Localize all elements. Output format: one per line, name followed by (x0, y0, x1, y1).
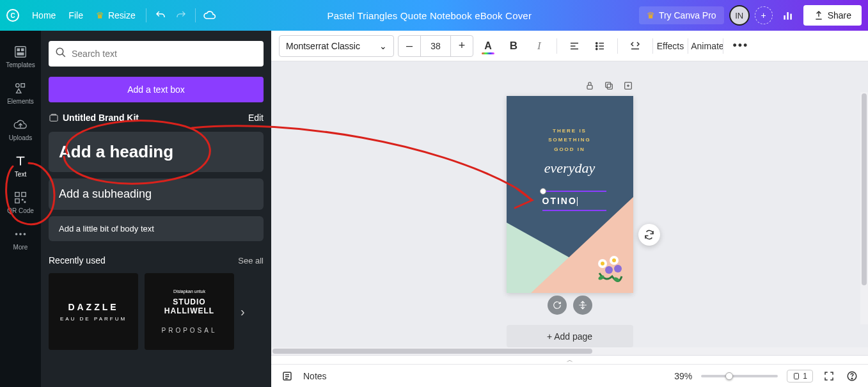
template-text: PROPOSAL (161, 327, 217, 334)
font-size-increase[interactable]: + (451, 36, 473, 56)
search-input[interactable] (72, 49, 257, 59)
bold-button[interactable]: B (503, 35, 525, 57)
page-number: 1 (803, 372, 807, 381)
page-indicator[interactable]: 1 (787, 370, 813, 383)
animate-button[interactable]: Animate (695, 35, 716, 57)
insights-button[interactable] (778, 5, 798, 26)
search-box[interactable] (49, 41, 264, 67)
recent-template-item[interactable]: DAZZLE EAU DE PARFUM (49, 273, 138, 350)
cloud-status[interactable] (200, 5, 220, 26)
next-templates-button[interactable]: › (241, 304, 245, 319)
svg-point-38 (851, 378, 853, 379)
rotate-icon (553, 301, 562, 310)
text-icon (13, 154, 28, 168)
list-button[interactable] (589, 35, 611, 57)
svg-point-17 (56, 48, 63, 55)
resize-handle[interactable] (540, 188, 546, 194)
rail-uploads[interactable]: Uploads (0, 110, 41, 146)
bar-chart-icon (782, 9, 794, 22)
editing-text-value[interactable]: OTINO (542, 196, 577, 206)
file-menu[interactable]: File (62, 6, 90, 24)
add-body-text-option[interactable]: Add a little bit of body text (49, 216, 264, 241)
quote-script-text[interactable]: everyday (507, 160, 633, 177)
more-options-button[interactable]: ••• (730, 35, 752, 57)
rail-text[interactable]: Text (0, 146, 41, 183)
font-family-select[interactable]: Montserrat Classic ⌄ (279, 35, 394, 57)
try-pro-button[interactable]: ♛ Try Canva Pro (639, 6, 724, 24)
zoom-thumb[interactable] (725, 372, 733, 380)
notes-label[interactable]: Notes (303, 371, 327, 381)
rail-label: Elements (7, 98, 34, 105)
page-strip-toggle[interactable]: ︿ (271, 355, 868, 364)
add-page-icon[interactable] (623, 81, 633, 91)
quote-text[interactable]: THERE IS SOMETHING GOOD IN (507, 127, 633, 154)
recent-template-item[interactable]: Disiapkan untuk STUDIO HALLIWELL PROPOSA… (145, 273, 234, 350)
redo-button[interactable] (171, 5, 191, 26)
active-text-element[interactable]: OTINO (542, 191, 606, 211)
svg-rect-5 (21, 49, 24, 52)
duplicate-icon[interactable] (604, 81, 614, 91)
font-size-value[interactable]: 38 (420, 36, 451, 56)
text-color-button[interactable]: A (477, 35, 499, 57)
see-all-link[interactable]: See all (238, 256, 264, 265)
separator (556, 38, 557, 54)
italic-button[interactable]: I (528, 35, 550, 57)
share-label: Share (828, 10, 851, 20)
resize-button[interactable]: ♛ Resize (90, 6, 142, 24)
rail-templates[interactable]: Templates (0, 37, 41, 74)
sparkle-refresh-icon (643, 229, 655, 241)
rail-qrcode[interactable]: QR Code (0, 183, 41, 219)
undo-button[interactable] (150, 5, 171, 26)
brand-kit-name[interactable]: Untitled Brand Kit (63, 113, 139, 123)
regenerate-button[interactable] (638, 224, 660, 246)
add-text-box-button[interactable]: Add a text box (49, 77, 264, 102)
template-text: STUDIO HALLIWELL (164, 297, 214, 315)
page-icon (793, 372, 800, 380)
design-canvas[interactable]: THERE IS SOMETHING GOOD IN everyday OTIN… (507, 96, 633, 293)
edit-brand-kit[interactable]: Edit (248, 113, 264, 123)
notes-icon-button[interactable] (280, 369, 294, 383)
alignment-button[interactable] (564, 35, 585, 57)
svg-rect-0 (784, 15, 785, 20)
zoom-level[interactable]: 39% (674, 371, 692, 381)
rail-more[interactable]: More (0, 219, 41, 256)
zoom-slider[interactable] (701, 375, 778, 377)
top-bar: C Home File ♛ Resize Pastel Triangles Qu… (0, 0, 868, 31)
svg-point-21 (596, 48, 597, 49)
svg-rect-1 (787, 12, 789, 20)
add-subheading-option[interactable]: Add a subheading (49, 178, 264, 210)
canvas-viewport[interactable]: THERE IS SOMETHING GOOD IN everyday OTIN… (271, 61, 868, 347)
svg-point-31 (605, 266, 613, 274)
add-member-button[interactable]: + (755, 6, 773, 24)
add-heading-option[interactable]: Add a heading (49, 132, 264, 172)
side-rail: Templates Elements Uploads Text QR Code … (0, 31, 41, 387)
vertical-scrollbar[interactable] (860, 92, 868, 324)
effects-button[interactable]: Effects (659, 35, 681, 57)
horizontal-scrollbar[interactable] (271, 347, 868, 355)
search-icon (55, 47, 67, 61)
lock-icon[interactable] (585, 81, 595, 91)
svg-rect-8 (21, 84, 24, 88)
rotate-button[interactable] (548, 296, 567, 315)
canva-logo[interactable]: C (6, 9, 19, 22)
help-button[interactable] (845, 369, 859, 383)
flower-graphic[interactable] (590, 251, 628, 289)
separator (652, 38, 653, 54)
font-size-decrease[interactable]: – (398, 36, 420, 56)
svg-rect-13 (24, 201, 26, 203)
separator (195, 8, 196, 22)
svg-rect-2 (790, 14, 792, 20)
avatar[interactable]: IN (729, 5, 750, 26)
recent-templates: DAZZLE EAU DE PARFUM Disiapkan untuk STU… (49, 273, 264, 350)
svg-point-28 (601, 262, 604, 265)
spacing-button[interactable] (624, 35, 646, 57)
rail-elements[interactable]: Elements (0, 74, 41, 110)
fullscreen-button[interactable] (822, 369, 836, 383)
move-button[interactable] (573, 296, 592, 315)
template-text: Disiapkan untuk (173, 289, 205, 294)
text-panel: Add a text box Untitled Brand Kit Edit A… (41, 31, 271, 387)
share-button[interactable]: Share (803, 5, 862, 26)
document-title[interactable]: Pastel Triangles Quote Notebook eBook Co… (220, 10, 639, 21)
add-page-button[interactable]: + Add page (507, 325, 633, 347)
home-button[interactable]: Home (26, 6, 62, 24)
